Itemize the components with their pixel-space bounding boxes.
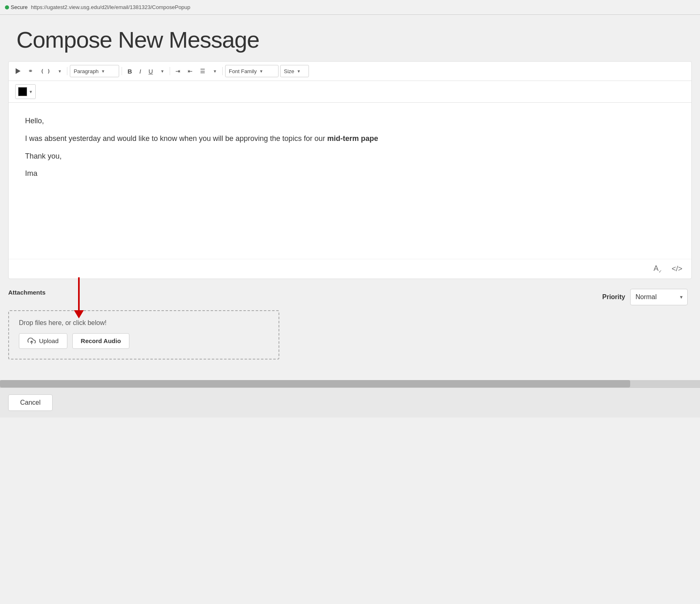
paragraph-label: Paragraph	[74, 68, 99, 74]
browser-bar: Secure https://ugatest2.view.usg.edu/d2l…	[0, 0, 700, 15]
paragraph-chevron-icon: ▼	[101, 69, 105, 74]
editor-line-3: Thank you,	[25, 150, 675, 162]
secure-badge: Secure	[5, 4, 28, 10]
upload-label: Upload	[39, 337, 59, 344]
color-chevron-icon: ▼	[29, 90, 33, 94]
indent-decrease-icon: ⇤	[188, 68, 193, 74]
font-family-dropdown[interactable]: Font Family ▼	[225, 65, 279, 77]
font-family-chevron-icon: ▼	[259, 69, 263, 74]
editor-footer: A✓ </>	[9, 259, 691, 279]
bold-button[interactable]: B	[124, 65, 135, 77]
editor-body[interactable]: Hello, I was absent yesterday and would …	[9, 103, 691, 259]
priority-row: Priority Normal High Low	[602, 289, 688, 305]
attachments-wrapper: Drop files here, or click below! Upload …	[8, 310, 692, 360]
link-icon: ⚭	[28, 67, 33, 75]
cancel-button[interactable]: Cancel	[8, 394, 53, 411]
color-swatch	[18, 87, 27, 96]
misc-dropdown-button[interactable]: ▼	[55, 65, 64, 77]
font-size-label: Size	[284, 68, 294, 74]
chevron-down-icon: ▼	[58, 69, 62, 74]
braces-button[interactable]: ( )	[38, 65, 53, 77]
list-button[interactable]: ☰	[197, 65, 208, 77]
paragraph-dropdown[interactable]: Paragraph ▼	[70, 65, 119, 77]
upload-icon	[28, 337, 36, 345]
list-dropdown-button[interactable]: ▼	[210, 65, 220, 77]
editor-toolbar: ⚭ ( ) ▼ Paragraph ▼ B I U	[9, 62, 691, 81]
spellcheck-button[interactable]: A✓	[651, 263, 664, 275]
drop-zone[interactable]: Drop files here, or click below! Upload …	[8, 310, 279, 360]
priority-select-wrapper: Normal High Low	[630, 289, 688, 305]
arrow-head	[74, 310, 84, 318]
secure-label: Secure	[11, 4, 28, 10]
priority-select[interactable]: Normal High Low	[630, 289, 688, 305]
editor-line-1: Hello,	[25, 115, 675, 127]
font-size-chevron-icon: ▼	[297, 69, 301, 74]
scrollbar-thumb	[0, 380, 630, 387]
editor-line-4: Ima	[25, 168, 675, 180]
indent-increase-button[interactable]: ⇥	[173, 65, 183, 77]
toolbar-row-2: ▼	[9, 81, 691, 103]
attachments-section: Attachments Priority Normal High Low	[8, 289, 692, 368]
play-icon	[16, 68, 21, 74]
record-audio-button[interactable]: Record Audio	[72, 333, 130, 349]
braces-icon: ( )	[41, 68, 50, 74]
color-button[interactable]: ▼	[15, 84, 36, 99]
toolbar-separator-3	[170, 67, 170, 75]
attachments-header-row: Attachments Priority Normal High Low	[8, 289, 692, 305]
attachments-label: Attachments	[8, 289, 46, 296]
chevron-down-icon-2: ▼	[160, 69, 164, 74]
html-source-icon: </>	[672, 265, 682, 273]
page-footer: Cancel	[0, 387, 700, 417]
text-style-dropdown-button[interactable]: ▼	[157, 65, 167, 77]
toolbar-separator-4	[222, 67, 223, 75]
play-button[interactable]	[13, 65, 23, 77]
font-size-dropdown[interactable]: Size ▼	[280, 65, 309, 77]
html-source-button[interactable]: </>	[669, 263, 685, 275]
editor-line-2: I was absent yesterday and would like to…	[25, 133, 675, 145]
chevron-down-icon-3: ▼	[213, 69, 217, 74]
upload-button[interactable]: Upload	[19, 333, 67, 349]
record-audio-label: Record Audio	[81, 337, 121, 344]
indent-increase-icon: ⇥	[175, 68, 180, 74]
page-title: Compose New Message	[16, 26, 684, 53]
toolbar-separator-1	[67, 67, 67, 75]
drop-text: Drop files here, or click below!	[19, 319, 269, 327]
arrow-line	[78, 277, 80, 310]
font-family-label: Font Family	[229, 68, 257, 74]
page-header: Compose New Message	[0, 15, 700, 61]
priority-label: Priority	[602, 293, 625, 301]
underline-button[interactable]: U	[145, 65, 156, 77]
spellcheck-icon: A✓	[654, 264, 662, 272]
toolbar-separator-2	[122, 67, 122, 75]
list-icon: ☰	[200, 68, 205, 74]
link-button[interactable]: ⚭	[25, 65, 36, 77]
italic-button[interactable]: I	[136, 65, 144, 77]
scrollbar-area[interactable]	[0, 380, 700, 387]
editor-container: ⚭ ( ) ▼ Paragraph ▼ B I U	[8, 61, 692, 279]
url-bar[interactable]: https://ugatest2.view.usg.edu/d2l/le/ema…	[31, 4, 190, 10]
secure-dot	[5, 5, 9, 9]
indent-decrease-button[interactable]: ⇤	[185, 65, 196, 77]
page-container: Compose New Message ⚭ ( ) ▼	[0, 15, 700, 604]
arrow-annotation	[74, 277, 84, 318]
drop-buttons: Upload Record Audio	[19, 333, 269, 349]
